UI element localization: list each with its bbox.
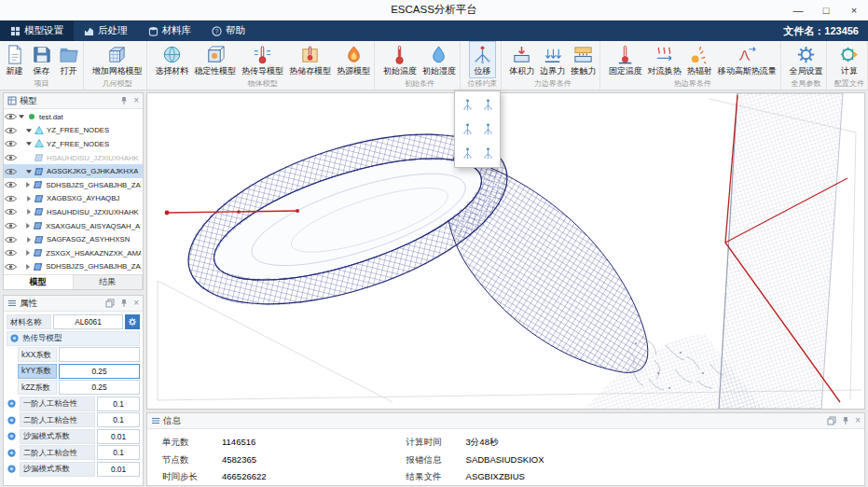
ribbon-group-name: 项目 bbox=[1, 78, 82, 90]
tree-expander-icon[interactable] bbox=[25, 140, 33, 147]
tree-expander-icon[interactable] bbox=[25, 154, 33, 161]
visibility-eye-icon[interactable] bbox=[4, 194, 18, 203]
tree-expander-icon[interactable] bbox=[24, 181, 32, 188]
displacement-option-5[interactable] bbox=[457, 142, 477, 164]
displacement-option-6[interactable] bbox=[477, 142, 498, 164]
property-label: kYY系数 bbox=[18, 364, 57, 379]
info-value: 1146516 bbox=[222, 437, 255, 449]
tree-expander-icon[interactable] bbox=[25, 208, 33, 216]
restore-button[interactable]: □ bbox=[812, 0, 840, 21]
ribbon-button-conduction-model[interactable]: 热传导模型 bbox=[239, 41, 286, 78]
menu-tab-2[interactable]: 后处理 bbox=[74, 21, 138, 41]
restore-icon[interactable] bbox=[105, 299, 115, 308]
property-value-input[interactable]: 0.1 bbox=[97, 397, 140, 411]
visibility-eye-icon[interactable] bbox=[4, 167, 18, 176]
ribbon-button-convection[interactable]: 对流换热 bbox=[645, 41, 684, 78]
property-value-input[interactable]: 0.01 bbox=[97, 429, 140, 444]
pin-icon[interactable] bbox=[841, 416, 850, 425]
property-value-input[interactable]: 0.1 bbox=[97, 412, 140, 427]
menu-tab-label: 后处理 bbox=[98, 24, 128, 37]
tree-expander-icon[interactable] bbox=[25, 127, 33, 134]
property-label: 一阶人工粘合性 bbox=[20, 397, 95, 411]
close-icon[interactable]: × bbox=[133, 299, 139, 308]
close-button[interactable]: × bbox=[840, 0, 868, 21]
minimize-button[interactable]: — bbox=[784, 0, 812, 21]
visibility-eye-icon[interactable] bbox=[4, 126, 18, 135]
tree-expander-icon[interactable] bbox=[25, 236, 33, 244]
ribbon-button-save[interactable]: 保存 bbox=[28, 41, 55, 78]
tree-item[interactable]: SDHSBJZS_GHSABJHB_ZAHU bbox=[4, 178, 143, 192]
pin-icon[interactable] bbox=[119, 299, 129, 308]
material-settings-button[interactable] bbox=[125, 314, 140, 329]
ribbon-button-select-material[interactable]: 选择材料 bbox=[152, 41, 191, 78]
tree-item[interactable]: SAGFASGZ_ASYHHXSN bbox=[4, 232, 143, 246]
ribbon-button-new-file[interactable]: 新建 bbox=[1, 41, 28, 78]
tree-item[interactable]: SDHSBJZS_GHSABJHB_ZAHU bbox=[4, 260, 143, 274]
tree-item[interactable]: HSAUHDISU_JZXIUXHAHK bbox=[4, 205, 143, 219]
ribbon-button-source-model[interactable]: 热源模型 bbox=[334, 41, 373, 78]
ribbon-button-global-settings[interactable]: 全局设置 bbox=[786, 41, 825, 78]
tree-expander-icon[interactable] bbox=[25, 168, 33, 175]
visibility-eye-icon[interactable] bbox=[4, 221, 18, 230]
restore-icon[interactable] bbox=[827, 416, 836, 425]
ribbon-button-add-mesh[interactable]: 增加网格模型 bbox=[90, 41, 145, 78]
model-panel-tab-2[interactable]: 结果 bbox=[74, 275, 144, 289]
tree-item[interactable]: AGSGKJKG_GJHKAJKHXA bbox=[4, 164, 143, 178]
ribbon-button-fixed-temperature[interactable]: 固定温度 bbox=[606, 41, 645, 78]
menu-tab-3[interactable]: 材料库 bbox=[138, 21, 202, 41]
ribbon-button-storage-model[interactable]: 热储存模型 bbox=[286, 41, 334, 78]
ribbon-button-initial-humidity[interactable]: 初始湿度 bbox=[420, 41, 459, 78]
menu-tab-1[interactable]: 模型设置 bbox=[0, 21, 74, 41]
ribbon-button-label: 对流换热 bbox=[648, 65, 682, 77]
ribbon-button-body-force[interactable]: 体积力 bbox=[506, 41, 537, 78]
tree-expander-icon[interactable] bbox=[24, 263, 32, 271]
ribbon-button-stability-model[interactable]: 稳定性模型 bbox=[191, 41, 239, 78]
visibility-eye-icon[interactable] bbox=[4, 180, 18, 189]
tree-expander-icon[interactable] bbox=[24, 249, 32, 257]
model-panel-tab-1[interactable]: 模型 bbox=[4, 275, 74, 289]
tree-item[interactable]: ZSXGX_HSAKAZNZXK_AMASX bbox=[4, 246, 143, 260]
close-icon[interactable]: × bbox=[855, 416, 861, 425]
ribbon-button-contact-force[interactable]: 接触力 bbox=[568, 41, 599, 78]
ribbon-button-gauss-heat-flux[interactable]: 移动高斯热流量 bbox=[715, 41, 779, 78]
menu-tab-4[interactable]: ?帮助 bbox=[201, 21, 255, 41]
tree-expander-icon[interactable] bbox=[25, 195, 33, 202]
tree-item[interactable]: XAGBSXG_AYHAQBJ bbox=[4, 192, 143, 206]
visibility-eye-icon[interactable] bbox=[4, 235, 18, 244]
property-row: kZZ系数0.25 bbox=[7, 380, 140, 395]
tree-item[interactable]: XSAXGAUS_AISYAQSAH_ASHX bbox=[4, 219, 143, 233]
displacement-option-2[interactable] bbox=[477, 94, 498, 117]
property-value-input[interactable]: 0.25 bbox=[59, 380, 140, 395]
visibility-eye-icon[interactable] bbox=[4, 207, 18, 216]
displacement-option-4[interactable] bbox=[477, 118, 498, 141]
tree-item[interactable]: YZ_FREE_NODES bbox=[4, 137, 143, 151]
tree-expander-icon[interactable] bbox=[24, 222, 32, 230]
viewport-3d[interactable] bbox=[146, 92, 865, 410]
ribbon-button-open-folder[interactable]: 打开 bbox=[55, 41, 82, 78]
visibility-eye-icon[interactable] bbox=[4, 139, 18, 148]
visibility-eye-icon[interactable] bbox=[4, 153, 18, 162]
ribbon-button-compute[interactable]: 计算 bbox=[836, 41, 863, 78]
pin-icon[interactable] bbox=[119, 96, 129, 105]
tree-item[interactable]: test.dat bbox=[4, 110, 143, 124]
ribbon-button-initial-temperature[interactable]: 初始温度 bbox=[380, 41, 420, 78]
ribbon-button-radiation[interactable]: 热辐射 bbox=[684, 41, 715, 78]
ribbon-button-displacement[interactable]: 位移 bbox=[469, 41, 496, 78]
property-value-input[interactable]: 0.25 bbox=[59, 364, 140, 379]
displacement-option-3[interactable] bbox=[457, 118, 477, 141]
tree-expander-icon[interactable] bbox=[18, 113, 25, 120]
visibility-eye-icon[interactable] bbox=[4, 112, 18, 121]
property-value-input[interactable]: 0.1 bbox=[97, 445, 140, 460]
tree-item[interactable]: HSAUHDISU_JZXIUXHAHK bbox=[4, 151, 143, 165]
property-section[interactable]: 热传导模型 bbox=[7, 331, 140, 346]
property-value-input[interactable] bbox=[59, 347, 140, 362]
visibility-eye-icon[interactable] bbox=[4, 248, 18, 257]
visibility-eye-icon[interactable] bbox=[4, 262, 18, 271]
material-name-input[interactable]: AL6061 bbox=[53, 314, 123, 329]
close-icon[interactable]: × bbox=[133, 96, 139, 105]
ribbon-button-boundary-force[interactable]: 边界力 bbox=[537, 41, 568, 78]
tree-item[interactable]: YZ_FREE_NODES bbox=[4, 124, 143, 138]
displacement-option-1[interactable] bbox=[457, 94, 477, 117]
ribbon-group: 全局设置全局参数 bbox=[785, 41, 827, 90]
property-value-input[interactable]: 0.01 bbox=[97, 462, 140, 477]
